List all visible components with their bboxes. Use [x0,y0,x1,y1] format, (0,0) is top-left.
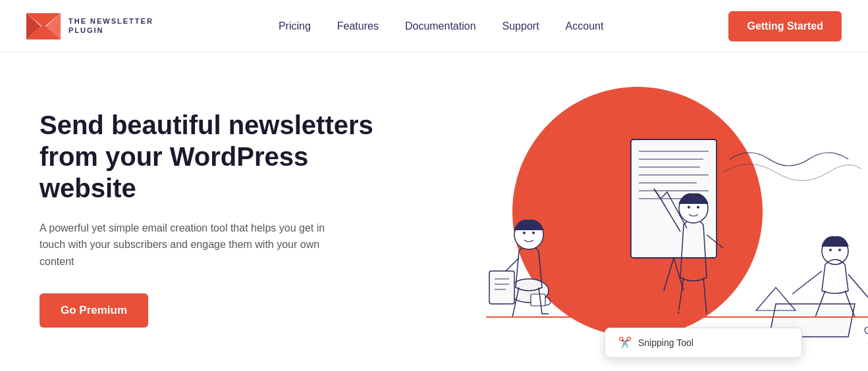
hero-content: Send beautiful newsletters from your Wor… [40,109,382,328]
svg-rect-8 [489,271,514,304]
nav-features[interactable]: Features [337,20,379,32]
logo-link[interactable]: THE NEWSLETTER PLUGIN [26,13,153,39]
svg-point-24 [688,206,690,209]
svg-point-30 [865,327,868,334]
main-nav: Pricing Features Documentation Support A… [279,20,604,32]
svg-point-7 [532,232,535,234]
snipping-tool-icon: ✂️ [618,336,632,349]
nav-documentation[interactable]: Documentation [405,20,476,32]
hero-illustration [420,53,868,371]
go-premium-button[interactable]: Go Premium [40,293,148,328]
snipping-tool-label: Snipping Tool [638,337,693,348]
site-header: THE NEWSLETTER PLUGIN Pricing Features D… [0,0,868,53]
svg-point-29 [838,249,841,251]
nav-support[interactable]: Support [502,20,539,32]
hero-section: Send beautiful newsletters from your Wor… [0,53,868,371]
hero-title: Send beautiful newsletters from your Wor… [40,109,382,204]
logo-icon [26,13,61,39]
getting-started-button[interactable]: Getting Started [728,11,842,41]
hero-subtitle: A powerful yet simple email creation too… [40,220,329,270]
illustration-svg [427,54,868,370]
svg-line-21 [664,258,674,291]
logo-text: THE NEWSLETTER PLUGIN [68,17,153,34]
svg-point-6 [523,232,526,234]
snipping-tool-popup: ✂️ Snipping Tool [605,328,802,358]
person-left [489,220,551,317]
svg-rect-12 [531,294,545,306]
svg-point-28 [829,249,832,251]
nav-pricing[interactable]: Pricing [279,20,311,32]
person-center [631,139,868,314]
svg-point-25 [697,206,699,209]
nav-account[interactable]: Account [566,20,604,32]
